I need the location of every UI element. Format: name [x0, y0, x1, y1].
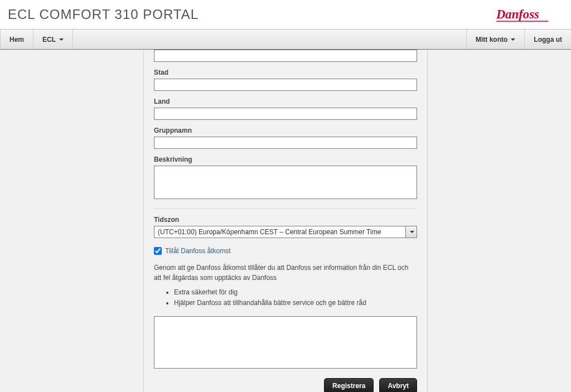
country-label: Land — [154, 98, 417, 105]
nav-item-hem[interactable]: Hem — [0, 30, 33, 49]
nav-label: Mitt konto — [476, 36, 507, 43]
nav-label: Hem — [9, 36, 24, 43]
nav-right: Mitt konto Logga ut — [466, 30, 571, 49]
notes-textarea[interactable] — [154, 316, 417, 369]
caret-down-icon — [511, 38, 515, 41]
cancel-button[interactable]: Avbryt — [379, 378, 417, 392]
list-item: Hjälper Danfoss att tillhandahålla bättr… — [174, 298, 417, 308]
city-label: Stad — [154, 69, 417, 76]
danfoss-logo: Danfoss — [496, 6, 563, 23]
button-row: Registrera Avbryt — [154, 378, 417, 392]
city-input[interactable] — [154, 79, 417, 91]
divider — [154, 209, 417, 209]
caret-down-icon — [410, 231, 414, 233]
register-button[interactable]: Registrera — [324, 378, 374, 392]
select-dropdown-button[interactable] — [405, 226, 417, 238]
nav-left: Hem ECL — [0, 30, 73, 49]
content-wrap: Stad Land Gruppnamn Beskrivning Tidszon … — [0, 50, 571, 392]
access-bullet-list: Extra säkerhet för dig Hjälper Danfoss a… — [174, 287, 417, 308]
country-input[interactable] — [154, 108, 417, 120]
nav-bar: Hem ECL Mitt konto Logga ut — [0, 30, 571, 50]
description-label: Beskrivning — [154, 156, 417, 163]
svg-text:Danfoss: Danfoss — [496, 7, 539, 21]
caret-down-icon — [59, 38, 64, 41]
header-bar: ECL COMFORT 310 PORTAL Danfoss — [0, 0, 571, 30]
description-textarea[interactable] — [154, 166, 417, 199]
nav-item-ecl[interactable]: ECL — [33, 30, 73, 49]
access-info-paragraph: Genom att ge Danfoss åtkomst tillåter du… — [154, 263, 417, 283]
list-item: Extra säkerhet för dig — [174, 287, 417, 298]
nav-item-mitt-konto[interactable]: Mitt konto — [466, 30, 524, 49]
nav-label: ECL — [42, 36, 56, 43]
timezone-select[interactable]: (UTC+01:00) Europa/Köpenhamn CEST – Cent… — [154, 226, 417, 238]
nav-label: Logga ut — [534, 36, 562, 43]
timezone-label: Tidszon — [154, 216, 417, 224]
top-input[interactable] — [154, 50, 417, 62]
access-checkbox-label[interactable]: Tillåt Danfoss åtkomst — [165, 247, 231, 255]
group-input[interactable] — [154, 137, 417, 149]
group-label: Gruppnamn — [154, 127, 417, 134]
form-panel: Stad Land Gruppnamn Beskrivning Tidszon … — [143, 50, 428, 392]
access-checkbox[interactable] — [154, 247, 162, 255]
nav-item-logga-ut[interactable]: Logga ut — [524, 30, 571, 49]
timezone-value: (UTC+01:00) Europa/Köpenhamn CEST – Cent… — [154, 226, 405, 238]
page-title: ECL COMFORT 310 PORTAL — [8, 7, 199, 22]
